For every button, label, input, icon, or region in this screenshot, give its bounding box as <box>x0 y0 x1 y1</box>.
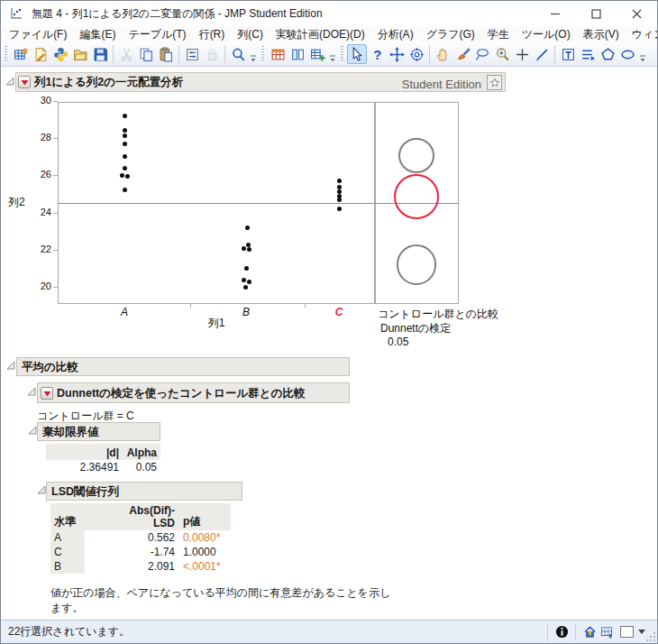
paste-icon[interactable] <box>156 44 176 64</box>
data-point-A[interactable] <box>123 188 127 192</box>
menu-graph[interactable]: グラフ(G) <box>420 26 481 43</box>
data-point-B[interactable] <box>242 246 246 251</box>
lsd-title: LSD閾値行列 <box>51 483 119 501</box>
critical-value-table: |d| Alpha 2.36491 0.05 <box>46 444 160 474</box>
data-point-A[interactable] <box>125 174 130 179</box>
menu-tools[interactable]: ツール(O) <box>516 26 577 43</box>
minimize-button[interactable] <box>535 1 576 26</box>
comparison-circle-A[interactable] <box>398 138 434 173</box>
add-rows-icon[interactable] <box>307 44 327 64</box>
toolbar: ? <box>1 42 657 67</box>
toolbar-overflow-icon[interactable] <box>639 45 647 63</box>
resize-grip[interactable] <box>645 631 656 642</box>
zoom-tool-icon[interactable] <box>492 44 512 64</box>
y-tick-mark <box>53 287 58 288</box>
data-table-icon[interactable] <box>599 624 616 640</box>
hand-tool-icon[interactable] <box>433 44 452 64</box>
toolbar-grip[interactable] <box>341 46 343 62</box>
line-tool-icon[interactable] <box>532 44 552 64</box>
menu-doe[interactable]: 実験計画(DOE)(D) <box>270 26 371 43</box>
data-point-C[interactable] <box>337 207 342 211</box>
title-bar: 無題 4 - 列1による列2の二変量の関係 - JMP Student Edit… <box>1 1 657 26</box>
polygon-tool-icon[interactable] <box>598 44 617 64</box>
data-point-A[interactable] <box>120 173 124 178</box>
data-point-B[interactable] <box>245 225 250 230</box>
data-point-B[interactable] <box>244 266 249 271</box>
copy-icon[interactable] <box>136 44 156 64</box>
y-tick-label: 28 <box>28 132 51 143</box>
y-tick-label: 22 <box>28 244 51 254</box>
data-point-B[interactable] <box>243 285 248 290</box>
color-swatch[interactable] <box>620 626 634 638</box>
disclosure-triangle[interactable] <box>5 77 14 87</box>
save-icon[interactable] <box>90 44 110 64</box>
data-point-B[interactable] <box>247 280 251 284</box>
menu-cols[interactable]: 列(C) <box>231 26 270 43</box>
new-data-table-icon[interactable] <box>11 44 31 64</box>
data-point-A[interactable] <box>123 114 127 118</box>
menu-edit[interactable]: 編集(E) <box>73 26 122 43</box>
menu-window[interactable]: ウィンドウ(W) <box>626 26 658 43</box>
menu-file[interactable]: ファイル(F) <box>3 26 73 43</box>
bullseye-tool-icon[interactable] <box>407 44 426 64</box>
comparison-circle-C[interactable] <box>394 174 439 219</box>
open-file-icon[interactable] <box>70 44 90 64</box>
help-tool-icon[interactable]: ? <box>367 44 387 64</box>
data-point-C[interactable] <box>337 179 342 183</box>
disclosure-triangle[interactable] <box>5 361 15 371</box>
maximize-button[interactable] <box>576 1 617 26</box>
p-value-cell: <.0001* <box>178 559 231 574</box>
toolbar-overflow-icon[interactable] <box>329 45 337 63</box>
abs-lsd-cell: 2.091 <box>85 559 178 574</box>
data-point-B[interactable] <box>247 247 251 252</box>
dunnett-title: Dunnettの検定を使ったコントロール群との比較 <box>57 385 305 402</box>
preferences-icon[interactable] <box>182 44 202 64</box>
oval-tool-icon[interactable] <box>617 44 637 64</box>
red-triangle-menu-button[interactable] <box>41 387 53 400</box>
data-point-A[interactable] <box>123 154 127 159</box>
python-script-icon[interactable] <box>50 44 70 64</box>
y-tick-label: 26 <box>28 169 51 179</box>
disclosure-triangle[interactable] <box>27 426 37 436</box>
data-point-A[interactable] <box>123 142 127 146</box>
data-point-B[interactable] <box>242 278 246 282</box>
data-point-A[interactable] <box>123 133 127 138</box>
data-table-view-icon[interactable] <box>268 44 288 64</box>
menu-tables[interactable]: テーブル(T) <box>122 26 192 43</box>
columns-icon[interactable] <box>288 44 307 64</box>
brush-tool-icon[interactable] <box>452 44 472 64</box>
disclosure-triangle[interactable] <box>26 387 36 397</box>
level-cell: C <box>50 545 85 559</box>
move-tool-icon[interactable] <box>387 44 407 64</box>
star-badge-button[interactable] <box>487 75 502 90</box>
search-icon[interactable] <box>228 44 248 64</box>
lasso-tool-icon[interactable] <box>472 44 492 64</box>
data-point-C[interactable] <box>337 198 342 202</box>
toolbar-grip[interactable] <box>5 46 7 62</box>
toolbar-grip[interactable] <box>261 46 264 62</box>
critical-value-title: 棄却限界値 <box>42 424 99 441</box>
toolbar-overflow-icon[interactable] <box>250 45 258 63</box>
table-row: A 0.562 0.0080* <box>50 530 231 545</box>
new-journal-icon[interactable] <box>31 44 50 64</box>
y-tick-mark <box>53 250 58 251</box>
x-tick-mark <box>190 304 191 308</box>
menu-rows[interactable]: 行(R) <box>193 26 232 43</box>
disclosure-triangle[interactable] <box>36 485 46 495</box>
arrow-lines-tool-icon[interactable] <box>578 44 598 64</box>
text-annotation-tool-icon[interactable] <box>558 44 578 64</box>
menu-analyze[interactable]: 分析(A) <box>371 26 420 43</box>
data-point-A[interactable] <box>123 166 127 170</box>
menu-student[interactable]: 学生 <box>481 26 516 43</box>
svg-text:?: ? <box>373 47 381 61</box>
col-header-p: p値 <box>178 503 231 530</box>
red-triangle-menu-button[interactable] <box>18 76 31 88</box>
crosshair-tool-icon[interactable] <box>512 44 532 64</box>
comparison-circle-B[interactable] <box>397 244 436 284</box>
info-icon[interactable] <box>553 624 570 640</box>
menu-view[interactable]: 表示(V) <box>577 26 626 43</box>
close-button[interactable] <box>617 1 657 26</box>
status-separator <box>575 624 576 640</box>
home-window-icon[interactable] <box>581 624 598 640</box>
arrow-tool-icon[interactable] <box>347 44 367 64</box>
